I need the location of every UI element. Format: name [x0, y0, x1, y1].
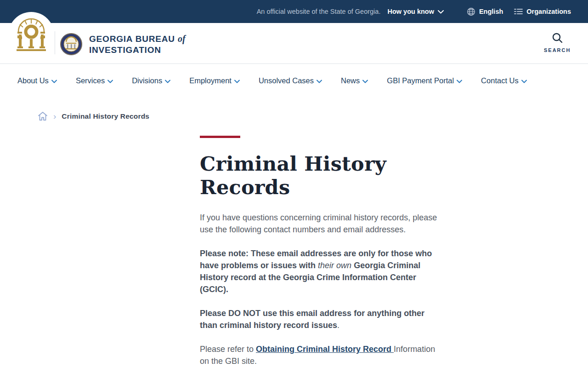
- nav-item-gbi-payment-portal[interactable]: GBI Payment Portal: [387, 76, 462, 85]
- official-topbar: An official website of the State of Geor…: [0, 0, 588, 23]
- search-label: SEARCH: [544, 47, 571, 53]
- chevron-down-icon: [234, 80, 240, 83]
- brand-line1: GEORGIA BUREAU: [89, 34, 175, 44]
- arch-icon: [16, 18, 47, 52]
- globe-icon: [467, 7, 475, 16]
- nav-item-employment[interactable]: Employment: [189, 76, 240, 85]
- article-content: Criminal History Records If you have que…: [200, 136, 440, 367]
- brand-of: of: [178, 34, 186, 44]
- warning-paragraph: Please DO NOT use this email address for…: [200, 307, 440, 331]
- search-icon: [552, 37, 563, 45]
- chevron-down-icon: [457, 80, 462, 83]
- breadcrumb: › Criminal History Records: [38, 111, 588, 121]
- search-button[interactable]: SEARCH: [544, 32, 571, 53]
- their-own-italic: their own: [318, 261, 351, 270]
- chevron-down-icon: [107, 80, 113, 83]
- language-selector[interactable]: English: [467, 7, 503, 16]
- chevron-down-icon: [521, 80, 527, 83]
- nav-item-services[interactable]: Services: [76, 76, 113, 85]
- official-website-text: An official website of the State of Geor…: [257, 8, 381, 15]
- nav-item-news[interactable]: News: [341, 76, 368, 85]
- nav-item-unsolved-cases[interactable]: Unsolved Cases: [259, 76, 322, 85]
- obtaining-criminal-history-record-link[interactable]: Obtaining Criminal History Record: [256, 345, 394, 354]
- chevron-down-icon: [51, 80, 57, 83]
- note-paragraph: Please note: These email addresses are o…: [200, 247, 440, 295]
- intro-paragraph: If you have questions concerning crimina…: [200, 212, 440, 236]
- chevron-down-icon: [165, 80, 170, 83]
- chevron-down-icon: [317, 80, 322, 83]
- language-label: English: [479, 8, 503, 15]
- breadcrumb-separator: ›: [53, 112, 56, 121]
- georgia-arch-logo[interactable]: [8, 12, 54, 58]
- site-title[interactable]: GEORGIA BUREAU of INVESTIGATION: [89, 33, 186, 56]
- nav-item-contact-us[interactable]: Contact Us: [481, 76, 527, 85]
- page-title: Criminal History Records: [200, 152, 440, 199]
- organizations-label: Organizations: [526, 8, 571, 15]
- how-you-know-button[interactable]: How you know: [387, 8, 444, 15]
- organizations-button[interactable]: Organizations: [514, 8, 571, 15]
- nav-item-divisions[interactable]: Divisions: [132, 76, 170, 85]
- header-divider: [55, 31, 55, 54]
- main-nav: About Us Services Divisions Employment U…: [0, 64, 588, 98]
- brand-line2: INVESTIGATION: [89, 45, 186, 56]
- home-icon: [38, 111, 48, 121]
- chevron-down-icon: [434, 8, 444, 15]
- refer-paragraph: Please refer to Obtaining Criminal Histo…: [200, 343, 440, 367]
- list-icon: [514, 8, 523, 15]
- chevron-down-icon: [362, 80, 368, 83]
- gbi-seal-icon: [60, 33, 83, 56]
- nav-item-about-us[interactable]: About Us: [17, 76, 57, 85]
- site-header: GEORGIA BUREAU of INVESTIGATION SEARCH: [0, 23, 588, 64]
- title-accent-rule: [200, 136, 240, 138]
- breadcrumb-home-link[interactable]: [38, 111, 48, 121]
- how-you-know-label: How you know: [387, 8, 434, 15]
- breadcrumb-current: Criminal History Records: [62, 112, 149, 121]
